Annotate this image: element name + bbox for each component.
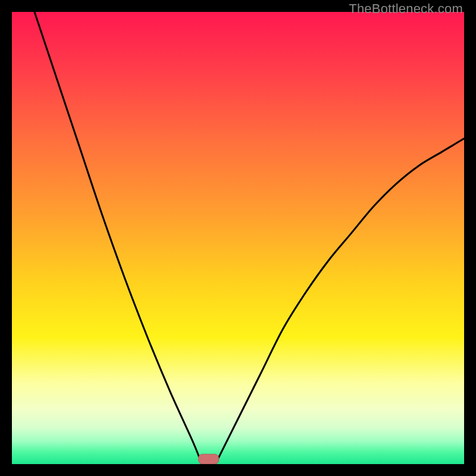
watermark-label: TheBottleneck.com — [349, 1, 463, 17]
minimum-marker — [199, 454, 219, 464]
bottleneck-plot — [12, 12, 464, 464]
plot-frame — [12, 12, 464, 464]
gradient-background — [12, 12, 464, 464]
